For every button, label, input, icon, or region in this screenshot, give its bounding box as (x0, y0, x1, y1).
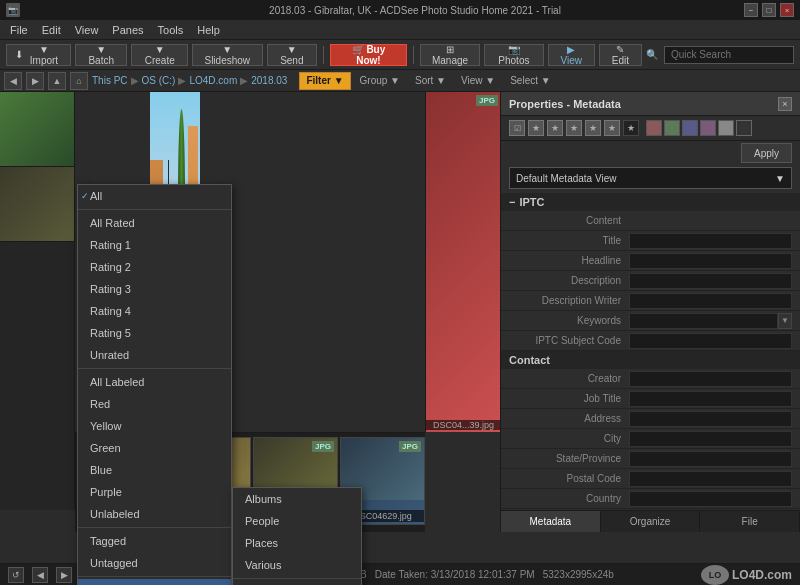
cat-places[interactable]: Places (233, 532, 361, 554)
send-button[interactable]: ▼ Send (267, 44, 318, 66)
menu-tools[interactable]: Tools (152, 22, 190, 38)
filter-yellow[interactable]: Yellow (78, 415, 231, 437)
slideshow-button[interactable]: ▼ Slideshow (192, 44, 263, 66)
meta-input-country[interactable] (629, 491, 792, 507)
color-swatch-6[interactable] (736, 120, 752, 136)
filter-rating-3[interactable]: Rating 3 (78, 278, 231, 300)
back-button[interactable]: ◀ (4, 72, 22, 90)
select-button[interactable]: Select ▼ (504, 72, 556, 90)
create-button[interactable]: ▼ Create (131, 44, 188, 66)
cat-albums[interactable]: Albums (233, 488, 361, 510)
menu-edit[interactable]: Edit (36, 22, 67, 38)
quick-search-input[interactable] (664, 46, 794, 64)
filter-tagged[interactable]: Tagged (78, 530, 231, 552)
tab-metadata[interactable]: Metadata (501, 511, 601, 532)
filter-button[interactable]: Filter ▼ (299, 72, 350, 90)
filter-blue[interactable]: Blue (78, 459, 231, 481)
buy-now-button[interactable]: 🛒 Buy Now! (330, 44, 407, 66)
checkbox-icon[interactable]: ☑ (509, 120, 525, 136)
maximize-button[interactable]: □ (762, 3, 776, 17)
star-6[interactable]: ★ (623, 120, 639, 136)
filter-unlabeled[interactable]: Unlabeled (78, 503, 231, 525)
filter-all-labeled[interactable]: All Labeled (78, 371, 231, 393)
manage-button[interactable]: ⊞ Manage (420, 44, 480, 66)
meta-input-creator[interactable] (629, 371, 792, 387)
color-swatch-5[interactable] (718, 120, 734, 136)
cat-people[interactable]: People (233, 510, 361, 532)
view-nav-button[interactable]: View ▼ (455, 72, 501, 90)
left-thumb-1[interactable] (0, 92, 75, 167)
meta-input-job-title[interactable] (629, 391, 792, 407)
filter-untagged[interactable]: Untagged (78, 552, 231, 574)
group-button[interactable]: Group ▼ (354, 72, 406, 90)
star-4[interactable]: ★ (585, 120, 601, 136)
filter-rating-4[interactable]: Rating 4 (78, 300, 231, 322)
meta-input-description[interactable] (629, 273, 792, 289)
menu-view[interactable]: View (69, 22, 105, 38)
color-swatch-4[interactable] (700, 120, 716, 136)
tab-file[interactable]: File (700, 511, 800, 532)
up-button[interactable]: ▲ (48, 72, 66, 90)
filter-all[interactable]: All (78, 185, 231, 207)
tab-organize[interactable]: Organize (601, 511, 701, 532)
contact-group-header[interactable]: Contact (501, 351, 800, 369)
color-swatch-1[interactable] (646, 120, 662, 136)
menu-file[interactable]: File (4, 22, 34, 38)
cat-various[interactable]: Various (233, 554, 361, 576)
apply-button[interactable]: Apply (741, 143, 792, 163)
filter-rating-2[interactable]: Rating 2 (78, 256, 231, 278)
filter-all-rated[interactable]: All Rated (78, 212, 231, 234)
filter-red[interactable]: Red (78, 393, 231, 415)
menu-help[interactable]: Help (191, 22, 226, 38)
meta-input-state[interactable] (629, 451, 792, 467)
metadata-view-dropdown[interactable]: Default Metadata View ▼ (509, 167, 792, 189)
filter-rating-1[interactable]: Rating 1 (78, 234, 231, 256)
import-button[interactable]: ⬇ ▼ Import (6, 44, 71, 66)
status-btn-2[interactable]: ◀ (32, 567, 48, 583)
menu-panes[interactable]: Panes (106, 22, 149, 38)
status-btn-3[interactable]: ▶ (56, 567, 72, 583)
breadcrumb-os-c[interactable]: OS (C:) (142, 75, 176, 86)
cat-new-category[interactable]: New Category (233, 581, 361, 585)
color-swatch-2[interactable] (664, 120, 680, 136)
star-2[interactable]: ★ (547, 120, 563, 136)
refresh-button[interactable]: ↺ (8, 567, 24, 583)
right-thumb-image[interactable]: JPG DSC04...39.jpg (426, 92, 501, 432)
star-1[interactable]: ★ (528, 120, 544, 136)
photos-button[interactable]: 📷 Photos (484, 44, 543, 66)
close-button[interactable]: × (780, 3, 794, 17)
breadcrumb-this-pc[interactable]: This PC (92, 75, 128, 86)
home-button[interactable]: ⌂ (70, 72, 88, 90)
star-3[interactable]: ★ (566, 120, 582, 136)
edit-button[interactable]: ✎ Edit (599, 44, 642, 66)
view-button[interactable]: ▶ View (548, 44, 595, 66)
lo4d-avatar: LO (701, 565, 729, 585)
meta-input-headline[interactable] (629, 253, 792, 269)
left-thumb-2[interactable] (0, 167, 75, 242)
batch-button[interactable]: ▼ Batch (75, 44, 128, 66)
keywords-scroll-btn[interactable]: ▼ (778, 313, 792, 329)
filter-rating-5[interactable]: Rating 5 (78, 322, 231, 344)
filter-green[interactable]: Green (78, 437, 231, 459)
sort-button[interactable]: Sort ▼ (409, 72, 452, 90)
breadcrumb-2018-03[interactable]: 2018.03 (251, 75, 287, 86)
filter-unrated[interactable]: Unrated (78, 344, 231, 366)
color-swatch-3[interactable] (682, 120, 698, 136)
meta-input-desc-writer[interactable] (629, 293, 792, 309)
forward-button[interactable]: ▶ (26, 72, 44, 90)
meta-input-iptc-code[interactable] (629, 333, 792, 349)
star-5[interactable]: ★ (604, 120, 620, 136)
iptc-group-header[interactable]: − IPTC (501, 193, 800, 211)
meta-input-title[interactable] (629, 233, 792, 249)
minimize-button[interactable]: − (744, 3, 758, 17)
meta-input-city[interactable] (629, 431, 792, 447)
panel-close-button[interactable]: × (778, 97, 792, 111)
filter-purple[interactable]: Purple (78, 481, 231, 503)
meta-input-address[interactable] (629, 411, 792, 427)
meta-input-keywords[interactable] (629, 313, 778, 329)
filter-categories[interactable]: Categories ▶ (78, 579, 231, 585)
meta-input-postal[interactable] (629, 471, 792, 487)
thumb-4-jpg-badge: JPG (399, 441, 421, 452)
breadcrumb-lo4d[interactable]: LO4D.com (189, 75, 237, 86)
panel-title: Properties - Metadata (509, 98, 621, 110)
